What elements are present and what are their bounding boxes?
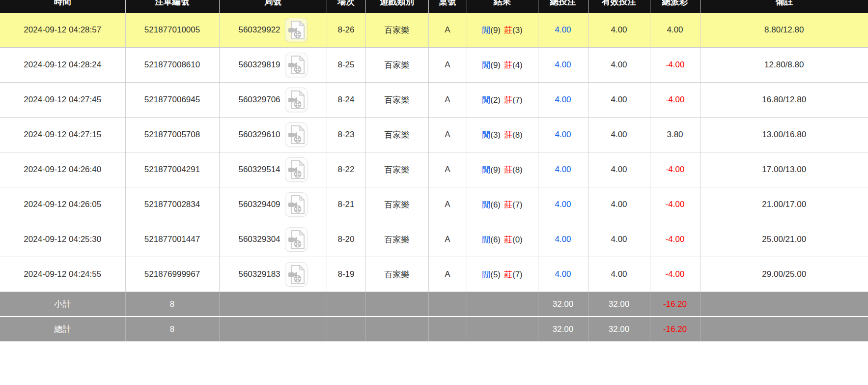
subtotal-row: 小計 8 32.00 32.00 -16.20 [0, 292, 868, 317]
result-player-label: 閒 [482, 270, 490, 279]
cell-session: 8-25 [327, 48, 365, 83]
cell-result: 閒(5)莊(7) [467, 257, 538, 292]
cell-total-bet[interactable]: 4.00 [538, 48, 588, 83]
video-replay-button[interactable] [285, 18, 308, 42]
column-header: 場次 [327, 0, 365, 13]
result-banker-label: 莊 [504, 60, 512, 70]
column-header: 有效投注 [588, 0, 650, 13]
cell-round: 560329922 [219, 13, 327, 48]
column-header: 注單編號 [125, 0, 219, 13]
cell-total-bet[interactable]: 4.00 [538, 257, 588, 292]
video-replay-button[interactable] [285, 88, 308, 112]
empty-cell [365, 317, 428, 342]
cell-session: 8-20 [327, 222, 365, 257]
subtotal-payout: -16.20 [650, 292, 700, 317]
cell-remark: 13.00/16.80 [700, 118, 868, 152]
cell-valid-bet: 4.00 [588, 13, 650, 48]
video-replay-button[interactable] [285, 157, 308, 182]
column-header: 時間 [0, 0, 125, 13]
result-player-score: (9) [490, 60, 501, 70]
round-number: 560329610 [238, 130, 280, 140]
cell-round: 560329610 [219, 118, 327, 152]
cell-time: 2024-09-12 04:26:05 [0, 187, 125, 222]
subtotal-label: 小計 [0, 292, 125, 317]
cell-payout: 3.80 [650, 118, 700, 152]
video-file-icon [288, 90, 305, 109]
video-replay-button[interactable] [285, 227, 308, 252]
cell-round: 560329706 [219, 83, 327, 118]
table-body: 2024-09-12 04:28:57 521877010005 5603299… [0, 13, 868, 292]
table-row: 2024-09-12 04:25:30 521877001447 5603293… [0, 222, 868, 257]
cell-table-code: A [428, 152, 467, 187]
cell-payout: -4.00 [650, 187, 700, 222]
cell-game-type: 百家樂 [365, 118, 428, 152]
cell-game-type: 百家樂 [365, 152, 428, 187]
cell-game-type: 百家樂 [365, 83, 428, 118]
cell-payout: -4.00 [650, 48, 700, 83]
total-payout: -16.20 [650, 317, 700, 342]
table-row: 2024-09-12 04:26:40 521877004291 5603295… [0, 152, 868, 187]
cell-session: 8-22 [327, 152, 365, 187]
cell-total-bet[interactable]: 4.00 [538, 152, 588, 187]
cell-valid-bet: 4.00 [588, 48, 650, 83]
cell-time: 2024-09-12 04:25:30 [0, 222, 125, 257]
cell-total-bet[interactable]: 4.00 [538, 222, 588, 257]
cell-game-type: 百家樂 [365, 13, 428, 48]
cell-valid-bet: 4.00 [588, 222, 650, 257]
cell-game-type: 百家樂 [365, 222, 428, 257]
result-banker-label: 莊 [504, 26, 512, 35]
cell-round: 560329183 [219, 257, 327, 292]
table-row: 2024-09-12 04:28:24 521877008610 5603298… [0, 48, 868, 83]
cell-total-bet[interactable]: 4.00 [538, 187, 588, 222]
result-banker-label: 莊 [504, 235, 512, 244]
video-replay-button[interactable] [285, 262, 308, 287]
cell-payout: 4.00 [650, 13, 700, 48]
result-player-label: 閒 [482, 235, 490, 244]
table-row: 2024-09-12 04:24:55 521876999967 5603291… [0, 257, 868, 292]
cell-remark: 29.00/25.00 [700, 257, 868, 292]
subtotal-total-bet: 32.00 [538, 292, 588, 317]
cell-payout: -4.00 [650, 257, 700, 292]
empty-cell [428, 292, 467, 317]
video-replay-button[interactable] [285, 122, 308, 147]
result-player-label: 閒 [482, 95, 490, 105]
cell-result: 閒(2)莊(7) [467, 83, 538, 118]
cell-session: 8-23 [327, 118, 365, 152]
bet-history-table: 時間注單編號局號場次遊戲類別桌號結果總投注有效投注總派彩備註 2024-09-1… [0, 0, 868, 342]
cell-remark: 12.80/8.80 [700, 48, 868, 83]
result-player-label: 閒 [482, 130, 490, 140]
total-label: 總計 [0, 317, 125, 342]
cell-total-bet[interactable]: 4.00 [538, 118, 588, 152]
column-header: 備註 [700, 0, 868, 13]
cell-bet-id: 521876999967 [125, 257, 219, 292]
cell-session: 8-21 [327, 187, 365, 222]
column-header: 局號 [219, 0, 327, 13]
cell-table-code: A [428, 187, 467, 222]
subtotal-valid-bet: 32.00 [588, 292, 650, 317]
video-file-icon [288, 21, 305, 39]
result-banker-label: 莊 [504, 270, 512, 279]
result-player-score: (9) [490, 165, 501, 175]
total-count: 8 [125, 317, 219, 342]
video-file-icon [288, 160, 305, 179]
cell-total-bet[interactable]: 4.00 [538, 13, 588, 48]
result-banker-label: 莊 [504, 130, 512, 140]
column-header: 遊戲類別 [365, 0, 428, 13]
cell-time: 2024-09-12 04:24:55 [0, 257, 125, 292]
cell-time: 2024-09-12 04:26:40 [0, 152, 125, 187]
empty-cell [327, 317, 365, 342]
result-player-score: (9) [490, 26, 501, 35]
video-file-icon [288, 230, 305, 249]
video-replay-button[interactable] [285, 192, 308, 217]
result-banker-score: (7) [512, 95, 523, 105]
subtotal-count: 8 [125, 292, 219, 317]
cell-total-bet[interactable]: 4.00 [538, 83, 588, 118]
round-number: 560329706 [238, 95, 280, 105]
cell-table-code: A [428, 83, 467, 118]
cell-round: 560329409 [219, 187, 327, 222]
result-player-label: 閒 [482, 165, 490, 175]
empty-cell [219, 317, 327, 342]
video-replay-button[interactable] [285, 53, 308, 77]
cell-payout: -4.00 [650, 222, 700, 257]
cell-table-code: A [428, 118, 467, 152]
